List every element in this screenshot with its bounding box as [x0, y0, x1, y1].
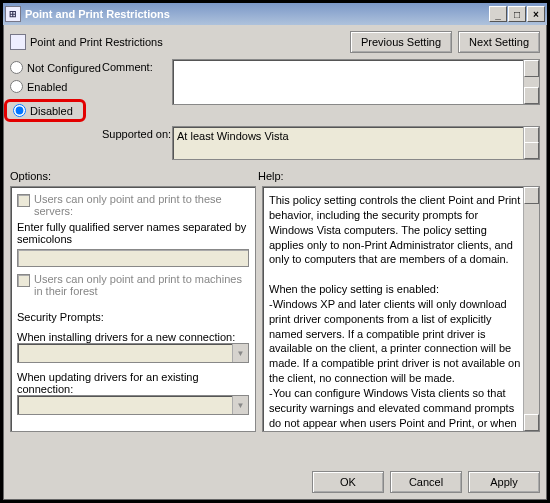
options-label: Options: — [10, 170, 258, 182]
options-pane: Users can only point and print to these … — [10, 186, 256, 432]
radio-enabled-label: Enabled — [27, 81, 67, 93]
comment-textarea[interactable] — [172, 59, 540, 105]
help-pane: This policy setting controls the client … — [262, 186, 540, 432]
servers-hint: Enter fully qualified server names separ… — [17, 221, 249, 245]
install-drivers-dropdown[interactable]: ▼ — [17, 343, 249, 363]
supported-textarea: At least Windows Vista — [172, 126, 540, 160]
servers-checkbox[interactable] — [17, 194, 30, 207]
radio-disabled[interactable]: Disabled — [13, 104, 77, 117]
dialog-body: Point and Print Restrictions Previous Se… — [3, 25, 547, 500]
scrollbar[interactable] — [523, 60, 539, 104]
radio-not-configured-input[interactable] — [10, 61, 23, 74]
update-drivers-label: When updating drivers for an existing co… — [17, 371, 249, 395]
scrollbar[interactable] — [523, 127, 539, 159]
policy-title: Point and Print Restrictions — [30, 36, 350, 48]
disabled-highlight: Disabled — [4, 99, 86, 122]
previous-setting-button[interactable]: Previous Setting — [350, 31, 452, 53]
install-drivers-label: When installing drivers for a new connec… — [17, 331, 249, 343]
radio-enabled-input[interactable] — [10, 80, 23, 93]
comment-label: Comment: — [102, 59, 172, 73]
apply-button[interactable]: Apply — [468, 471, 540, 493]
maximize-button[interactable]: □ — [508, 6, 526, 22]
policy-icon — [10, 34, 26, 50]
supported-label: Supported on: — [102, 126, 172, 140]
forest-checkbox[interactable] — [17, 274, 30, 287]
app-icon: ⊞ — [5, 6, 21, 22]
radio-enabled[interactable]: Enabled — [10, 80, 102, 93]
titlebar: ⊞ Point and Print Restrictions _ □ × — [3, 3, 547, 25]
ok-button[interactable]: OK — [312, 471, 384, 493]
update-drivers-dropdown[interactable]: ▼ — [17, 395, 249, 415]
servers-input[interactable] — [17, 249, 249, 267]
help-label: Help: — [258, 170, 284, 182]
servers-check-label: Users can only point and print to these … — [34, 193, 249, 217]
help-text: This policy setting controls the client … — [269, 193, 521, 432]
scrollbar[interactable] — [523, 187, 539, 431]
radio-not-configured[interactable]: Not Configured — [10, 61, 102, 74]
chevron-down-icon: ▼ — [232, 396, 248, 414]
close-button[interactable]: × — [527, 6, 545, 22]
radio-disabled-input[interactable] — [13, 104, 26, 117]
forest-check-label: Users can only point and print to machin… — [34, 273, 249, 297]
radio-disabled-label: Disabled — [30, 105, 73, 117]
security-prompts-label: Security Prompts: — [17, 311, 249, 323]
window-title: Point and Print Restrictions — [25, 8, 488, 20]
minimize-button[interactable]: _ — [489, 6, 507, 22]
supported-text: At least Windows Vista — [173, 127, 539, 145]
chevron-down-icon: ▼ — [232, 344, 248, 362]
radio-not-configured-label: Not Configured — [27, 62, 101, 74]
cancel-button[interactable]: Cancel — [390, 471, 462, 493]
next-setting-button[interactable]: Next Setting — [458, 31, 540, 53]
